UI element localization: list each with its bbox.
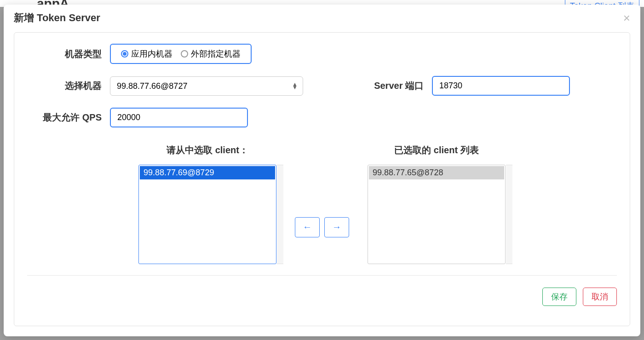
modal-body: 机器类型 应用内机器 外部指定机器 选择机器	[14, 32, 630, 326]
scrollbar[interactable]	[277, 165, 283, 264]
selected-clients-panel: 已选取的 client 列表 99.88.77.65@8728	[368, 144, 506, 264]
form-row-machine-type: 机器类型 应用内机器 外部指定机器	[27, 44, 617, 64]
max-qps-label: 最大允许 QPS	[27, 111, 110, 124]
selected-title: 已选取的 client 列表	[394, 144, 478, 156]
modal-header: 新增 Token Server ×	[4, 5, 640, 32]
list-item[interactable]: 99.88.77.69@8729	[140, 166, 275, 179]
save-button[interactable]: 保存	[542, 288, 576, 306]
available-clients-listbox[interactable]: 99.88.77.69@8729	[139, 166, 276, 263]
list-item[interactable]: 99.88.77.65@8728	[369, 166, 504, 179]
max-qps-input[interactable]	[110, 108, 248, 127]
radio-internal-label: 应用内机器	[131, 48, 172, 59]
select-machine-label: 选择机器	[27, 80, 110, 92]
arrow-right-icon: →	[332, 222, 341, 232]
modal-title: 新增 Token Server	[14, 11, 100, 25]
server-port-input[interactable]	[432, 76, 570, 96]
radio-unselected-icon	[181, 50, 188, 58]
modal-footer: 保存 取消	[27, 288, 617, 306]
form-row-qps: 最大允许 QPS	[27, 108, 617, 127]
server-port-label: Server 端口	[363, 80, 432, 92]
available-clients-panel: 请从中选取 client： 99.88.77.69@8729	[138, 144, 276, 264]
modal-dialog: 新增 Token Server × 机器类型 应用内机器 外部指定机器	[4, 5, 640, 336]
machine-type-label: 机器类型	[27, 48, 110, 60]
machine-type-radio-group: 应用内机器 外部指定机器	[110, 44, 252, 64]
arrow-left-icon: ←	[303, 222, 312, 232]
cancel-button[interactable]: 取消	[583, 288, 617, 306]
radio-external-label: 外部指定机器	[191, 48, 241, 59]
selected-clients-listbox[interactable]: 99.88.77.65@8728	[368, 166, 505, 263]
radio-external-machine[interactable]: 外部指定机器	[181, 48, 241, 59]
form-row-machine-port: 选择机器 99.88.77.66@8727 ▲▼ Server 端口	[27, 76, 617, 96]
radio-internal-machine[interactable]: 应用内机器	[121, 48, 172, 59]
radio-selected-icon	[121, 50, 128, 58]
move-left-button[interactable]: ←	[295, 217, 320, 237]
close-icon[interactable]: ×	[623, 12, 630, 24]
move-right-button[interactable]: →	[324, 217, 349, 237]
transfer-section: 请从中选取 client： 99.88.77.69@8729 ← →	[27, 144, 617, 276]
select-machine[interactable]: 99.88.77.66@8727	[110, 76, 303, 96]
scrollbar[interactable]	[506, 165, 512, 264]
available-title: 请从中选取 client：	[167, 144, 248, 156]
transfer-buttons: ← →	[295, 190, 349, 264]
